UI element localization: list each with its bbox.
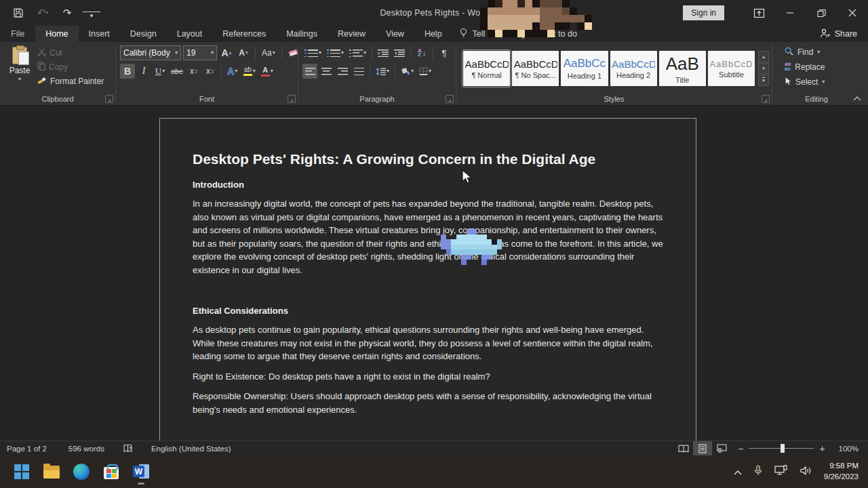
styles-scroll-down-icon[interactable]: ▾ [758, 63, 769, 75]
tray-chevron-icon[interactable] [734, 466, 742, 478]
share-button[interactable]: Share [820, 26, 868, 42]
tab-insert[interactable]: Insert [79, 26, 120, 42]
style-heading-1[interactable]: AaBbCc Heading 1 [561, 51, 608, 86]
increase-indent-button[interactable] [392, 45, 407, 60]
taskbar-clock[interactable]: 9:58 PM 9/26/2023 [824, 461, 859, 482]
tab-help[interactable]: Help [414, 26, 452, 42]
microphone-icon[interactable] [754, 465, 762, 479]
collapse-ribbon-icon[interactable] [853, 95, 861, 102]
clipboard-dialog-launcher-icon[interactable]: ⌟ [105, 95, 113, 103]
strikethrough-button[interactable]: abc [169, 64, 185, 79]
zoom-out-button[interactable]: − [738, 443, 743, 454]
bullets-button[interactable]: ▾ [302, 45, 323, 60]
copy-button[interactable]: Copy [35, 61, 106, 73]
rat-pet-sprite[interactable] [480, 0, 592, 40]
shading-button[interactable]: ▾ [399, 64, 416, 79]
font-size-combo[interactable]: 19▾ [183, 45, 217, 60]
align-center-button[interactable] [319, 64, 334, 79]
tab-layout[interactable]: Layout [167, 26, 213, 42]
sign-in-button[interactable]: Sign in [683, 5, 724, 20]
styles-dialog-launcher-icon[interactable]: ⌟ [762, 95, 770, 103]
tab-references[interactable]: References [212, 26, 276, 42]
justify-icon [354, 68, 364, 75]
word-count[interactable]: 596 words [62, 445, 111, 453]
replace-button[interactable]: abac Replace [782, 60, 827, 73]
styles-more-icon[interactable]: ▾ [758, 75, 769, 86]
format-painter-button[interactable]: Format Painter [35, 75, 106, 87]
decrease-indent-button[interactable] [376, 45, 391, 60]
speaker-icon[interactable] [800, 466, 812, 479]
align-center-icon [321, 68, 332, 75]
word-app-icon[interactable]: W [133, 464, 149, 480]
style-heading-2[interactable]: AaBbCcD Heading 2 [610, 51, 657, 86]
highlight-yellow-bar [243, 74, 252, 76]
paste-icon [12, 47, 27, 64]
minimize-button[interactable] [774, 0, 806, 26]
font-dialog-launcher-icon[interactable]: ⌟ [288, 95, 296, 103]
document-canvas: Desktop Pets' Rights: A Growing Concern … [0, 106, 868, 441]
font-name-combo[interactable]: Calibri (Body▾ [120, 45, 181, 60]
underline-button[interactable]: U▾ [153, 64, 167, 79]
align-left-button[interactable] [302, 64, 317, 79]
font-color-button[interactable]: A ▾ [259, 64, 275, 79]
page-indicator[interactable]: Page 1 of 2 [0, 445, 54, 453]
status-bar: Page 1 of 2 596 words English (United St… [0, 441, 868, 455]
language-indicator[interactable]: English (United States) [144, 445, 238, 453]
grow-font-button[interactable]: A▴ [219, 45, 234, 60]
tab-mailings[interactable]: Mailings [276, 26, 328, 42]
paste-button[interactable]: Paste ▾ [4, 45, 35, 92]
file-explorer-icon[interactable] [43, 464, 60, 480]
paragraph-dialog-launcher-icon[interactable]: ⌟ [446, 95, 454, 103]
eraser-icon [288, 49, 298, 57]
shrink-font-button[interactable]: A▾ [236, 45, 251, 60]
highlight-color-button[interactable]: ab ▾ [241, 64, 258, 79]
paragraph: In an increasingly digital world, the co… [193, 197, 663, 277]
fish-pet-sprite[interactable] [441, 229, 502, 268]
style-normal[interactable]: AaBbCcDc ¶ Normal [463, 51, 510, 86]
ribbon-display-options-icon[interactable] [743, 0, 774, 26]
tab-review[interactable]: Review [328, 26, 376, 42]
titlebar: ↶▾ ↷ ▾ Desktop Pets Rights - Word Sign i… [0, 0, 868, 26]
sort-button[interactable]: AZ ↓ [414, 45, 429, 60]
style-no-spacing[interactable]: AaBbCcDc ¶ No Spac... [512, 51, 559, 86]
tab-file[interactable]: File [0, 26, 35, 42]
microsoft-store-icon[interactable] [103, 464, 119, 480]
proofing-status-icon[interactable] [117, 444, 140, 453]
edge-browser-icon[interactable] [73, 464, 90, 480]
cut-button[interactable]: Cut [35, 47, 106, 59]
tab-design[interactable]: Design [120, 26, 167, 42]
zoom-slider-handle[interactable] [781, 444, 785, 453]
show-formatting-marks-button[interactable]: ¶ [437, 45, 452, 60]
style-subtitle[interactable]: AaBbCcD Subtitle [708, 51, 755, 86]
numbering-button[interactable]: ▾ [325, 45, 346, 60]
select-button[interactable]: Select▾ [782, 75, 827, 88]
start-button[interactable] [14, 464, 30, 480]
restore-button[interactable] [806, 0, 837, 26]
zoom-in-button[interactable]: + [819, 443, 825, 454]
line-spacing-button[interactable]: ▾ [374, 64, 391, 79]
print-layout-icon[interactable] [693, 441, 712, 455]
style-title[interactable]: AaB Title [659, 51, 706, 86]
multilevel-list-button[interactable]: ▾ [347, 45, 368, 60]
change-case-button[interactable]: Aa▾ [260, 45, 277, 60]
italic-button[interactable]: I [136, 64, 151, 79]
bold-button[interactable]: B [120, 64, 135, 79]
close-button[interactable] [837, 0, 868, 26]
subscript-button[interactable]: x2 [186, 64, 201, 79]
borders-button[interactable]: ▾ [417, 64, 433, 79]
zoom-slider[interactable] [749, 448, 814, 449]
web-layout-icon[interactable] [712, 441, 731, 455]
find-button[interactable]: Find▾ [782, 45, 827, 58]
justify-button[interactable] [351, 64, 366, 79]
styles-scroll-up-icon[interactable]: ▴ [758, 51, 769, 62]
tab-view[interactable]: View [376, 26, 414, 42]
read-mode-icon[interactable] [674, 441, 693, 455]
zoom-level[interactable]: 100% [832, 445, 868, 453]
tab-home[interactable]: Home [35, 26, 78, 42]
text-effects-button[interactable]: A▾ [225, 64, 240, 79]
network-icon[interactable] [774, 465, 788, 479]
document-page[interactable]: Desktop Pets' Rights: A Growing Concern … [159, 118, 696, 441]
superscript-button[interactable]: x2 [203, 64, 218, 79]
align-right-button[interactable] [335, 64, 350, 79]
section-heading-introduction: Introduction [193, 180, 663, 190]
